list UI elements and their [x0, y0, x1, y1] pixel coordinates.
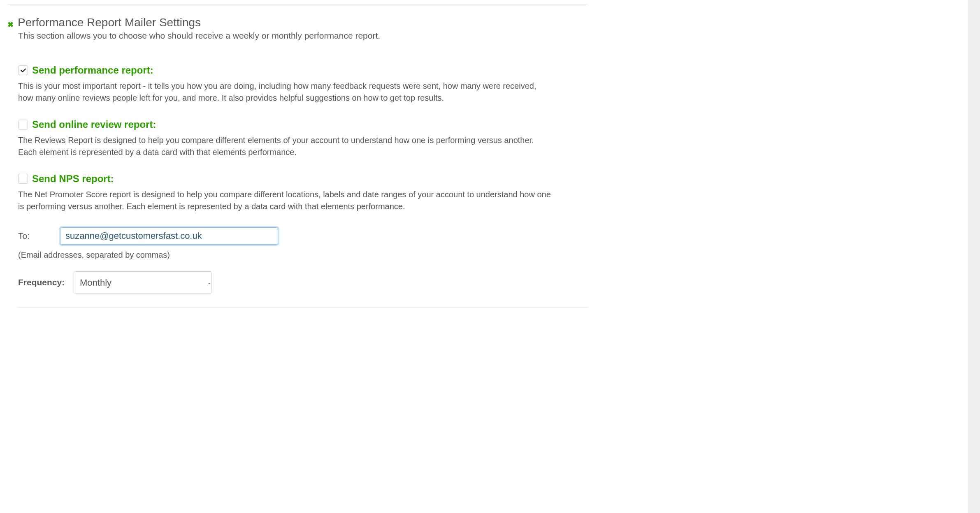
checkbox-send-online-review-report[interactable]	[18, 120, 28, 129]
to-email-input[interactable]	[60, 227, 278, 245]
option-send-nps-report: Send NPS report: The Net Promoter Score …	[18, 173, 588, 213]
settings-page: ✖ Performance Report Mailer Settings Thi…	[0, 4, 595, 340]
section-content: Send performance report: This is your mo…	[18, 65, 588, 324]
option-send-online-review-report: Send online review report: The Reviews R…	[18, 119, 588, 158]
field-row-to: To:	[18, 227, 588, 245]
option-desc-nps: The Net Promoter Score report is designe…	[18, 189, 553, 213]
bottom-divider	[18, 307, 588, 308]
field-row-frequency: Frequency: Monthly ⌄	[18, 271, 588, 293]
checkbox-send-nps-report[interactable]	[18, 174, 28, 184]
close-icon[interactable]: ✖	[7, 21, 14, 28]
checkbox-send-performance-report[interactable]	[18, 65, 28, 75]
to-helper-text: (Email addresses, separated by commas)	[18, 250, 588, 260]
check-icon	[20, 67, 26, 74]
section-title: Performance Report Mailer Settings	[18, 16, 201, 29]
option-title-performance: Send performance report:	[32, 65, 153, 76]
right-gutter	[968, 0, 980, 340]
frequency-select[interactable]: Monthly	[74, 271, 211, 293]
section-subtitle: This section allows you to choose who sh…	[18, 31, 588, 41]
section-header: ✖ Performance Report Mailer Settings	[7, 16, 588, 29]
frequency-label: Frequency:	[18, 277, 80, 287]
option-desc-performance: This is your most important report - it …	[18, 80, 553, 104]
option-title-nps: Send NPS report:	[32, 173, 114, 185]
option-send-performance-report: Send performance report: This is your mo…	[18, 65, 588, 104]
top-divider	[7, 4, 588, 5]
option-title-online-review: Send online review report:	[32, 119, 156, 130]
option-desc-online-review: The Reviews Report is designed to help y…	[18, 134, 553, 158]
